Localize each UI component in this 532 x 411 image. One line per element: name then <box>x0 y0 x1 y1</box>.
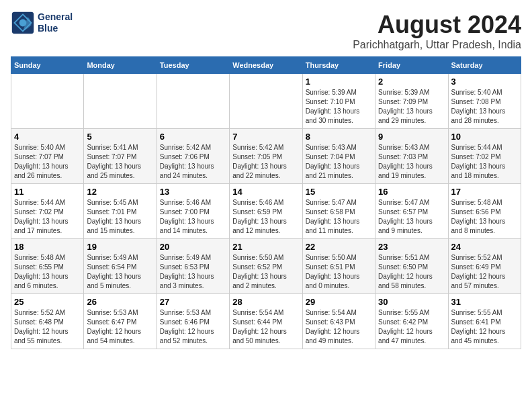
calendar-cell: 28Sunrise: 5:54 AM Sunset: 6:44 PM Dayli… <box>230 294 302 349</box>
calendar-cell: 23Sunrise: 5:51 AM Sunset: 6:50 PM Dayli… <box>375 239 448 294</box>
calendar-cell: 18Sunrise: 5:48 AM Sunset: 6:55 PM Dayli… <box>11 239 84 294</box>
day-number: 30 <box>378 297 445 307</box>
calendar-week-row: 18Sunrise: 5:48 AM Sunset: 6:55 PM Dayli… <box>11 239 521 294</box>
logo: General Blue <box>11 11 73 35</box>
calendar-cell: 8Sunrise: 5:43 AM Sunset: 7:04 PM Daylig… <box>302 129 375 184</box>
day-number: 4 <box>14 132 81 142</box>
page-header: General Blue August 2024 Parichhatgarh, … <box>11 11 521 51</box>
calendar-cell: 1Sunrise: 5:39 AM Sunset: 7:10 PM Daylig… <box>302 74 375 129</box>
day-info: Sunrise: 5:54 AM Sunset: 6:44 PM Dayligh… <box>232 308 299 346</box>
calendar-cell: 25Sunrise: 5:52 AM Sunset: 6:48 PM Dayli… <box>11 294 84 349</box>
day-info: Sunrise: 5:50 AM Sunset: 6:52 PM Dayligh… <box>232 253 299 291</box>
day-number: 23 <box>378 242 445 252</box>
main-title: August 2024 <box>353 11 521 39</box>
logo-text: General Blue <box>38 11 73 34</box>
day-info: Sunrise: 5:50 AM Sunset: 6:51 PM Dayligh… <box>306 253 372 291</box>
day-info: Sunrise: 5:44 AM Sunset: 7:02 PM Dayligh… <box>14 198 81 236</box>
day-number: 1 <box>306 77 372 87</box>
day-number: 10 <box>451 132 518 142</box>
calendar-cell: 15Sunrise: 5:47 AM Sunset: 6:58 PM Dayli… <box>302 184 375 239</box>
calendar-week-row: 4Sunrise: 5:40 AM Sunset: 7:07 PM Daylig… <box>11 129 521 184</box>
day-info: Sunrise: 5:43 AM Sunset: 7:04 PM Dayligh… <box>306 143 372 181</box>
day-info: Sunrise: 5:40 AM Sunset: 7:07 PM Dayligh… <box>14 143 81 181</box>
calendar-cell: 4Sunrise: 5:40 AM Sunset: 7:07 PM Daylig… <box>11 129 84 184</box>
day-number: 5 <box>87 132 153 142</box>
day-number: 25 <box>14 297 81 307</box>
calendar-cell: 10Sunrise: 5:44 AM Sunset: 7:02 PM Dayli… <box>448 129 521 184</box>
day-info: Sunrise: 5:46 AM Sunset: 6:59 PM Dayligh… <box>232 198 299 236</box>
calendar-cell <box>157 74 229 129</box>
day-number: 15 <box>306 187 372 197</box>
calendar-week-row: 25Sunrise: 5:52 AM Sunset: 6:48 PM Dayli… <box>11 294 521 349</box>
day-info: Sunrise: 5:53 AM Sunset: 6:47 PM Dayligh… <box>87 308 153 346</box>
calendar-cell: 27Sunrise: 5:53 AM Sunset: 6:46 PM Dayli… <box>157 294 229 349</box>
calendar-cell: 2Sunrise: 5:39 AM Sunset: 7:09 PM Daylig… <box>375 74 448 129</box>
day-number: 12 <box>87 187 153 197</box>
calendar-cell: 16Sunrise: 5:47 AM Sunset: 6:57 PM Dayli… <box>375 184 448 239</box>
calendar-cell: 29Sunrise: 5:54 AM Sunset: 6:43 PM Dayli… <box>302 294 375 349</box>
day-number: 7 <box>232 132 299 142</box>
calendar-cell: 26Sunrise: 5:53 AM Sunset: 6:47 PM Dayli… <box>84 294 157 349</box>
day-info: Sunrise: 5:55 AM Sunset: 6:42 PM Dayligh… <box>378 308 445 346</box>
weekday-header: Saturday <box>448 57 521 74</box>
day-info: Sunrise: 5:46 AM Sunset: 7:00 PM Dayligh… <box>160 198 226 236</box>
day-number: 28 <box>232 297 299 307</box>
day-number: 21 <box>232 242 299 252</box>
day-number: 17 <box>451 187 518 197</box>
calendar-cell: 12Sunrise: 5:45 AM Sunset: 7:01 PM Dayli… <box>84 184 157 239</box>
day-number: 8 <box>306 132 372 142</box>
calendar-cell: 3Sunrise: 5:40 AM Sunset: 7:08 PM Daylig… <box>448 74 521 129</box>
logo-icon <box>11 11 35 35</box>
day-info: Sunrise: 5:47 AM Sunset: 6:57 PM Dayligh… <box>378 198 445 236</box>
calendar-cell <box>11 74 84 129</box>
day-number: 2 <box>378 77 445 87</box>
calendar-cell <box>84 74 157 129</box>
calendar-cell: 13Sunrise: 5:46 AM Sunset: 7:00 PM Dayli… <box>157 184 229 239</box>
day-number: 22 <box>306 242 372 252</box>
day-number: 31 <box>451 297 518 307</box>
calendar-cell: 9Sunrise: 5:43 AM Sunset: 7:03 PM Daylig… <box>375 129 448 184</box>
day-number: 19 <box>87 242 153 252</box>
weekday-header: Friday <box>375 57 448 74</box>
day-info: Sunrise: 5:44 AM Sunset: 7:02 PM Dayligh… <box>451 143 518 181</box>
calendar-cell: 7Sunrise: 5:42 AM Sunset: 7:05 PM Daylig… <box>230 129 302 184</box>
weekday-header: Monday <box>84 57 157 74</box>
day-info: Sunrise: 5:48 AM Sunset: 6:56 PM Dayligh… <box>451 198 518 236</box>
day-info: Sunrise: 5:47 AM Sunset: 6:58 PM Dayligh… <box>306 198 372 236</box>
day-number: 16 <box>378 187 445 197</box>
calendar-cell: 22Sunrise: 5:50 AM Sunset: 6:51 PM Dayli… <box>302 239 375 294</box>
calendar-cell: 30Sunrise: 5:55 AM Sunset: 6:42 PM Dayli… <box>375 294 448 349</box>
calendar-cell: 11Sunrise: 5:44 AM Sunset: 7:02 PM Dayli… <box>11 184 84 239</box>
day-info: Sunrise: 5:39 AM Sunset: 7:09 PM Dayligh… <box>378 88 445 126</box>
day-info: Sunrise: 5:42 AM Sunset: 7:05 PM Dayligh… <box>232 143 299 181</box>
calendar-table: SundayMondayTuesdayWednesdayThursdayFrid… <box>11 56 521 349</box>
day-number: 11 <box>14 187 81 197</box>
day-info: Sunrise: 5:45 AM Sunset: 7:01 PM Dayligh… <box>87 198 153 236</box>
day-number: 18 <box>14 242 81 252</box>
day-number: 27 <box>160 297 226 307</box>
calendar-cell: 5Sunrise: 5:41 AM Sunset: 7:07 PM Daylig… <box>84 129 157 184</box>
day-number: 14 <box>232 187 299 197</box>
day-info: Sunrise: 5:40 AM Sunset: 7:08 PM Dayligh… <box>451 88 518 126</box>
day-info: Sunrise: 5:48 AM Sunset: 6:55 PM Dayligh… <box>14 253 81 291</box>
day-info: Sunrise: 5:49 AM Sunset: 6:54 PM Dayligh… <box>87 253 153 291</box>
day-info: Sunrise: 5:54 AM Sunset: 6:43 PM Dayligh… <box>306 308 372 346</box>
calendar-week-row: 1Sunrise: 5:39 AM Sunset: 7:10 PM Daylig… <box>11 74 521 129</box>
weekday-header: Wednesday <box>230 57 302 74</box>
weekday-header: Tuesday <box>157 57 229 74</box>
calendar-cell: 19Sunrise: 5:49 AM Sunset: 6:54 PM Dayli… <box>84 239 157 294</box>
calendar-cell: 6Sunrise: 5:42 AM Sunset: 7:06 PM Daylig… <box>157 129 229 184</box>
calendar-cell: 20Sunrise: 5:49 AM Sunset: 6:53 PM Dayli… <box>157 239 229 294</box>
day-number: 6 <box>160 132 226 142</box>
day-number: 24 <box>451 242 518 252</box>
calendar-cell: 17Sunrise: 5:48 AM Sunset: 6:56 PM Dayli… <box>448 184 521 239</box>
calendar-cell: 14Sunrise: 5:46 AM Sunset: 6:59 PM Dayli… <box>230 184 302 239</box>
day-info: Sunrise: 5:39 AM Sunset: 7:10 PM Dayligh… <box>306 88 372 126</box>
day-info: Sunrise: 5:52 AM Sunset: 6:48 PM Dayligh… <box>14 308 81 346</box>
weekday-header: Thursday <box>302 57 375 74</box>
calendar-cell: 24Sunrise: 5:52 AM Sunset: 6:49 PM Dayli… <box>448 239 521 294</box>
day-info: Sunrise: 5:42 AM Sunset: 7:06 PM Dayligh… <box>160 143 226 181</box>
day-number: 3 <box>451 77 518 87</box>
day-info: Sunrise: 5:51 AM Sunset: 6:50 PM Dayligh… <box>378 253 445 291</box>
day-number: 13 <box>160 187 226 197</box>
